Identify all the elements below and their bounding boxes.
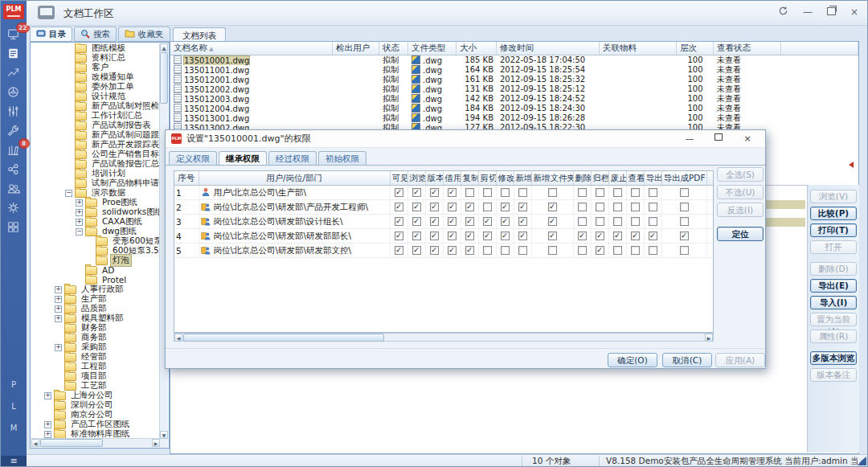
dialog-tab-经过权限[interactable]: 经过权限	[268, 151, 317, 166]
close-icon[interactable]: ×	[850, 6, 858, 18]
permission-checkbox[interactable]	[430, 231, 439, 240]
column-header-6[interactable]: 修改时间	[497, 42, 600, 55]
permission-checkbox[interactable]	[448, 231, 457, 240]
permission-checkbox[interactable]	[596, 231, 604, 240]
table-row[interactable]: 135012001.dwg拟制.dwg161 KB2012-09-15 18:2…	[170, 75, 858, 84]
scroll-left-icon[interactable]: ◀	[174, 334, 182, 342]
scroll-up-icon[interactable]: ▲	[160, 43, 168, 51]
permission-checkbox[interactable]	[649, 246, 657, 255]
perm-column-header[interactable]: 删除	[573, 171, 591, 186]
permission-checkbox[interactable]	[578, 231, 587, 240]
version-row[interactable]	[764, 200, 805, 209]
expand-icon[interactable]: +	[44, 421, 51, 428]
tree-item[interactable]: +CAXA图纸	[31, 217, 160, 227]
permission-checkbox[interactable]	[395, 246, 403, 255]
permission-checkbox[interactable]	[613, 231, 622, 240]
expand-icon[interactable]: +	[55, 305, 62, 313]
expand-icon[interactable]: +	[44, 392, 51, 399]
share-icon[interactable]	[6, 162, 22, 177]
permission-checkbox[interactable]	[680, 203, 689, 211]
monitor-icon[interactable]: 22	[6, 27, 22, 42]
documents-icon[interactable]	[6, 47, 22, 61]
column-header-4[interactable]: 文件类型	[408, 42, 457, 55]
permission-checkbox[interactable]	[465, 231, 474, 240]
permission-checkbox[interactable]	[395, 231, 403, 240]
permission-checkbox[interactable]	[596, 203, 604, 211]
table-row[interactable]: 135013001.dwg拟制.dwg194 KB2012-09-15 18:2…	[170, 113, 858, 123]
perm-column-header[interactable]: 浏览	[407, 171, 425, 186]
permission-checkbox[interactable]	[548, 188, 557, 197]
permission-checkbox[interactable]	[395, 188, 403, 197]
version-row[interactable]	[764, 218, 805, 227]
column-header-2[interactable]: 检出用户	[333, 42, 379, 55]
permission-checkbox[interactable]	[483, 188, 492, 197]
minimize-icon[interactable]: —	[803, 6, 813, 18]
tree-item[interactable]: −演示数据	[31, 188, 160, 198]
permission-row[interactable]: 2岗位\北京总公司\研发部\产品开发工程师\	[174, 200, 714, 215]
tree-item[interactable]: 灯泡	[31, 256, 160, 265]
dialog-tab-定义权限[interactable]: 定义权限	[169, 151, 217, 166]
dialog-tab-初始权限[interactable]: 初始权限	[318, 151, 366, 166]
dialog-horizontal-scrollbar[interactable]: ◀ ▶	[174, 333, 714, 342]
permission-checkbox[interactable]	[649, 203, 657, 211]
action-button[interactable]: 多版本浏览	[810, 351, 857, 365]
perm-column-header[interactable]: 序号	[174, 171, 199, 186]
column-header-3[interactable]: 状态	[379, 42, 408, 55]
column-header-1[interactable]: 文档名称 ▲	[170, 42, 333, 55]
perm-column-header[interactable]: 剪切	[478, 171, 496, 186]
permission-checkbox[interactable]	[613, 203, 622, 211]
permission-checkbox[interactable]	[483, 231, 492, 240]
library-icon[interactable]: 8	[6, 143, 22, 158]
permission-checkbox[interactable]	[465, 188, 474, 197]
scroll-thumb[interactable]	[40, 439, 103, 447]
permission-row[interactable]: 1用户\北京总公司\生产部\	[174, 186, 714, 200]
permission-checkbox[interactable]	[448, 188, 457, 197]
permission-checkbox[interactable]	[501, 203, 510, 211]
refresh-icon[interactable]	[778, 6, 788, 18]
column-header-8[interactable]: 层次	[677, 42, 714, 55]
scroll-down-icon[interactable]: ▼	[160, 431, 168, 439]
permission-checkbox[interactable]	[412, 203, 421, 211]
scroll-right-icon[interactable]: ▶	[152, 439, 160, 447]
wrench-icon[interactable]	[6, 124, 22, 138]
perm-column-header[interactable]: 导出	[644, 171, 661, 186]
perm-column-header[interactable]: 借用	[443, 171, 461, 186]
tab-搜索[interactable]: 搜索	[74, 27, 117, 42]
close-icon[interactable]: ×	[735, 132, 760, 146]
permission-checkbox[interactable]	[430, 217, 439, 226]
permission-checkbox[interactable]	[412, 246, 421, 255]
perm-column-header[interactable]: 复制	[461, 171, 478, 186]
permission-checkbox[interactable]	[613, 217, 622, 226]
permission-checkbox[interactable]	[649, 231, 657, 240]
resize-grip-icon[interactable]	[858, 457, 868, 467]
column-header-5[interactable]: 大小	[457, 42, 497, 55]
collapse-icon[interactable]: −	[65, 190, 72, 197]
permission-checkbox[interactable]	[548, 231, 557, 240]
dialog-footer-button[interactable]: 取消(C)	[662, 353, 712, 367]
permission-checkbox[interactable]	[501, 217, 510, 226]
trend-icon[interactable]	[6, 66, 22, 80]
permission-checkbox[interactable]	[518, 231, 527, 240]
action-button[interactable]: 导出(E)	[810, 279, 857, 293]
permission-checkbox[interactable]	[548, 246, 557, 255]
permission-checkbox[interactable]	[631, 188, 640, 197]
permission-checkbox[interactable]	[578, 246, 587, 255]
tab-目录[interactable]: 目录	[30, 27, 72, 42]
perm-column-header[interactable]: 修改	[496, 171, 514, 186]
permission-checkbox[interactable]	[631, 203, 640, 211]
action-button[interactable]: 打印(T)	[810, 223, 857, 237]
perm-column-header[interactable]: 打印	[706, 171, 714, 186]
users-icon[interactable]	[6, 182, 22, 196]
action-button[interactable]: 导入(I)	[810, 296, 857, 309]
collapse-panel-icon[interactable]	[845, 162, 854, 168]
permission-checkbox[interactable]	[412, 188, 421, 197]
column-header-9[interactable]: 查看状态	[714, 42, 781, 55]
permission-checkbox[interactable]	[448, 203, 457, 211]
grid-icon[interactable]	[6, 220, 22, 235]
permission-checkbox[interactable]	[680, 217, 689, 226]
permission-checkbox[interactable]	[578, 217, 587, 226]
permission-row[interactable]: 3岗位\北京总公司\研发部\设计组长\	[174, 215, 714, 229]
permission-checkbox[interactable]	[631, 246, 640, 255]
permission-checkbox[interactable]	[596, 188, 604, 197]
expand-icon[interactable]: +	[76, 219, 83, 226]
